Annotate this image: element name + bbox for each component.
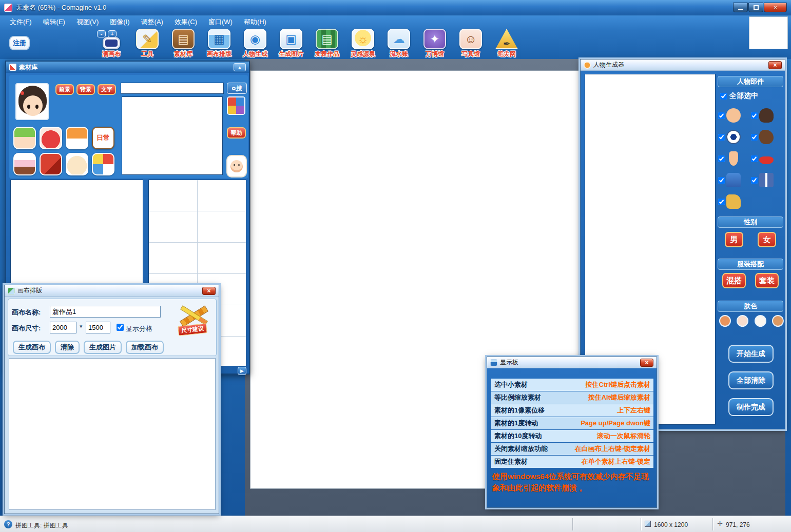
layout-action-button[interactable]: 生成图片	[84, 341, 122, 354]
character-action-button[interactable]: 开始生成	[728, 345, 774, 363]
part-checkbox[interactable]	[718, 155, 725, 162]
face-category-icon[interactable]	[226, 155, 247, 178]
skin-swatch[interactable]	[737, 315, 748, 327]
toolbar-button[interactable]: ✎ 工具	[129, 29, 165, 58]
category-icon[interactable]	[13, 127, 36, 149]
avatar[interactable]	[15, 83, 49, 120]
minimize-button[interactable]	[733, 3, 748, 12]
toolbar-button[interactable]: ☼ 灵感源泉	[345, 29, 381, 58]
female-button[interactable]: 女	[758, 232, 776, 247]
register-button[interactable]: 注册	[9, 36, 30, 50]
layout-action-button[interactable]: 生成画布	[13, 341, 51, 354]
toolbar-icon: ✒	[495, 29, 518, 49]
menu-item[interactable]: 帮助(H)	[238, 16, 272, 28]
menu-item[interactable]: 编辑(E)	[37, 16, 71, 28]
outfit-header: 服装搭配	[718, 259, 783, 270]
layer-tag-button[interactable]: 文字	[98, 84, 116, 95]
part-checkbox[interactable]	[718, 134, 725, 141]
menu-item[interactable]: 效果(C)	[169, 16, 203, 28]
skin-swatch[interactable]	[772, 315, 784, 327]
part-option[interactable]	[718, 105, 751, 126]
category-icon[interactable]	[13, 153, 36, 175]
toolbar-button[interactable]: ☺ 写真馆	[453, 29, 489, 58]
menu-item[interactable]: 文件(F)	[4, 16, 37, 28]
skin-swatch[interactable]	[755, 315, 766, 327]
select-all-checkbox[interactable]	[720, 93, 727, 100]
material-preview-box[interactable]	[10, 180, 143, 292]
search-input[interactable]	[121, 83, 224, 94]
part-option[interactable]	[718, 191, 751, 212]
part-option[interactable]	[718, 169, 751, 191]
menu-item[interactable]: 窗口(W)	[203, 16, 238, 28]
mix-button[interactable]: 混搭	[722, 273, 746, 288]
display-panel-close-button[interactable]: ×	[640, 359, 653, 367]
character-panel-close-button[interactable]: ×	[768, 61, 782, 69]
toolbar-button[interactable]: ◉ 人物生成	[237, 29, 273, 58]
part-checkbox[interactable]	[718, 199, 725, 205]
shortcut-action: 素材的1度转动	[491, 419, 560, 428]
part-option[interactable]	[718, 126, 751, 148]
category-icon[interactable]	[92, 153, 114, 175]
part-option[interactable]	[751, 126, 784, 148]
toolbar-button[interactable]: ▤ 素材库	[165, 29, 201, 58]
color-grid-button[interactable]	[227, 96, 245, 115]
suit-button[interactable]: 套装	[755, 273, 779, 288]
maximize-button[interactable]	[748, 3, 763, 12]
part-checkbox[interactable]	[718, 112, 725, 119]
menu-item[interactable]: 视图(V)	[71, 16, 104, 28]
close-button[interactable]: ×	[764, 3, 787, 12]
canvas-width-input[interactable]	[50, 322, 76, 333]
category-icon[interactable]	[66, 153, 88, 175]
category-icon[interactable]	[40, 153, 62, 175]
toolbar-button[interactable]: ✦ 万博馆	[417, 29, 453, 58]
category-icon[interactable]	[40, 127, 62, 149]
show-grid-checkbox[interactable]	[117, 324, 124, 331]
header: 文件(F) 编辑(E) 视图(V) 图像(I) 调整(A) 效果(C) 窗口(W…	[0, 15, 791, 59]
toolbar-button[interactable]: ▣ 生成图片	[273, 29, 309, 58]
toolbar-button[interactable]: ☁ 流水账	[381, 29, 417, 58]
character-action-button[interactable]: 全部清除	[728, 371, 774, 389]
app-icon	[4, 4, 12, 12]
part-option[interactable]	[751, 148, 784, 169]
part-icon	[726, 108, 741, 123]
part-checkbox[interactable]	[751, 155, 758, 162]
layer-tag-button[interactable]: 前景	[55, 84, 74, 95]
help-button[interactable]: 帮助	[227, 127, 246, 139]
toolbar-button[interactable]: 满画布	[93, 29, 129, 58]
gender-header: 性别	[718, 216, 783, 228]
display-board-panel: 显示板 × 选中小素材 按住Ctrl键后点击素材 等比例缩放素材 按住Alt键后…	[487, 357, 657, 508]
select-all-row[interactable]: 全部选中	[720, 91, 758, 101]
part-option[interactable]	[751, 105, 784, 126]
next-page-arrow[interactable]: ▶	[238, 367, 246, 375]
toolbar-button[interactable]: ▤ 发表作品	[309, 29, 345, 58]
show-grid-label: 显示分格	[126, 324, 152, 333]
character-action-button[interactable]: 制作完成	[728, 398, 774, 416]
layer-tag-button[interactable]: 背景	[76, 84, 95, 95]
category-icon[interactable]	[66, 127, 88, 149]
material-result-list[interactable]	[122, 96, 223, 175]
layout-panel-close-button[interactable]: ×	[202, 287, 216, 295]
collapse-arrow-button[interactable]: ▲	[234, 63, 246, 71]
size-suggestion-icon[interactable]: 尺寸建议	[175, 303, 213, 334]
menu-item[interactable]: 图像(I)	[104, 16, 135, 28]
male-button[interactable]: 男	[725, 232, 743, 247]
status-bar: ? 拼图工具: 拼图工具 1600 x 1200 ✛ 971, 276	[0, 516, 791, 532]
menu-item[interactable]: 调整(A)	[136, 16, 169, 28]
part-checkbox[interactable]	[718, 177, 725, 184]
canvas-height-input[interactable]	[86, 322, 110, 333]
category-icon[interactable]: 日常	[92, 127, 114, 149]
toolbar-button[interactable]: ▦ 画布排版	[201, 29, 237, 58]
part-checkbox[interactable]	[751, 112, 758, 119]
skin-swatch[interactable]	[719, 315, 731, 327]
part-option[interactable]	[751, 169, 784, 191]
part-option[interactable]	[718, 148, 751, 169]
layout-preview-area[interactable]	[9, 358, 216, 510]
toolbar-button[interactable]: ✒ 笔尖网	[489, 29, 525, 58]
shortcut-row: 关闭素材缩放功能 在白画布上右键-锁定素材	[491, 443, 653, 455]
part-checkbox[interactable]	[751, 177, 758, 184]
canvas-name-input[interactable]	[50, 306, 161, 318]
layout-action-button[interactable]: 加载画布	[126, 341, 164, 354]
search-button[interactable]: 搜	[227, 83, 247, 94]
layout-action-button[interactable]: 清除	[55, 341, 80, 354]
part-checkbox[interactable]	[751, 134, 758, 141]
